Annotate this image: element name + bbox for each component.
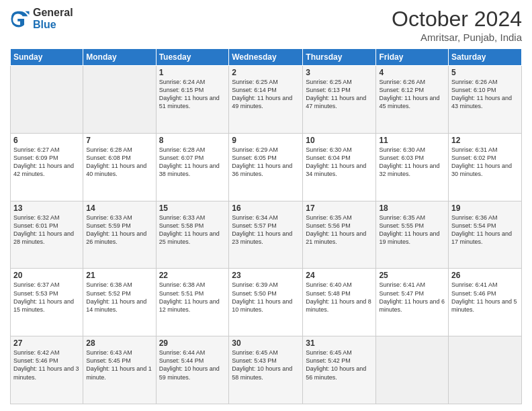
calendar-cell xyxy=(449,336,522,404)
day-number: 12 xyxy=(451,136,519,145)
day-number: 14 xyxy=(86,203,152,213)
day-number: 3 xyxy=(306,68,373,77)
calendar-header: SundayMondayTuesdayWednesdayThursdayFrid… xyxy=(11,49,522,66)
day-number: 28 xyxy=(86,338,152,348)
day-number: 23 xyxy=(232,271,300,280)
calendar-cell: 6Sunrise: 6:27 AM Sunset: 6:09 PM Daylig… xyxy=(11,133,83,201)
cell-content: Sunrise: 6:38 AM Sunset: 5:52 PM Dayligh… xyxy=(86,281,152,314)
cell-content: Sunrise: 6:25 AM Sunset: 6:14 PM Dayligh… xyxy=(232,78,300,111)
calendar-cell: 31Sunrise: 6:45 AM Sunset: 5:42 PM Dayli… xyxy=(303,336,376,404)
day-number: 4 xyxy=(379,68,445,77)
day-number: 13 xyxy=(13,203,80,213)
cell-content: Sunrise: 6:26 AM Sunset: 6:12 PM Dayligh… xyxy=(379,78,445,111)
calendar-cell: 23Sunrise: 6:39 AM Sunset: 5:50 PM Dayli… xyxy=(229,269,303,336)
cell-content: Sunrise: 6:45 AM Sunset: 5:42 PM Dayligh… xyxy=(306,349,373,381)
calendar-cell: 19Sunrise: 6:36 AM Sunset: 5:54 PM Dayli… xyxy=(449,201,522,269)
cell-content: Sunrise: 6:27 AM Sunset: 6:09 PM Dayligh… xyxy=(13,146,80,179)
cell-content: Sunrise: 6:28 AM Sunset: 6:08 PM Dayligh… xyxy=(86,146,152,179)
day-number: 19 xyxy=(451,203,519,213)
calendar-cell: 24Sunrise: 6:40 AM Sunset: 5:48 PM Dayli… xyxy=(303,269,376,336)
calendar-cell: 8Sunrise: 6:28 AM Sunset: 6:07 PM Daylig… xyxy=(156,133,229,201)
cell-content: Sunrise: 6:40 AM Sunset: 5:48 PM Dayligh… xyxy=(306,281,373,314)
day-header-wednesday: Wednesday xyxy=(229,49,303,66)
day-number: 7 xyxy=(86,136,152,145)
calendar-cell: 5Sunrise: 6:26 AM Sunset: 6:10 PM Daylig… xyxy=(449,66,522,134)
cell-content: Sunrise: 6:33 AM Sunset: 5:59 PM Dayligh… xyxy=(86,214,152,246)
cell-content: Sunrise: 6:35 AM Sunset: 5:56 PM Dayligh… xyxy=(306,214,373,246)
calendar-week-5: 27Sunrise: 6:42 AM Sunset: 5:46 PM Dayli… xyxy=(11,336,522,404)
day-number: 11 xyxy=(379,136,445,145)
cell-content: Sunrise: 6:30 AM Sunset: 6:03 PM Dayligh… xyxy=(379,146,445,179)
calendar-header-row: SundayMondayTuesdayWednesdayThursdayFrid… xyxy=(11,49,522,66)
calendar-week-4: 20Sunrise: 6:37 AM Sunset: 5:53 PM Dayli… xyxy=(11,269,522,336)
day-number: 8 xyxy=(159,136,226,145)
calendar-cell: 13Sunrise: 6:32 AM Sunset: 6:01 PM Dayli… xyxy=(11,201,83,269)
day-number: 15 xyxy=(159,203,226,213)
calendar-cell xyxy=(11,66,83,134)
cell-content: Sunrise: 6:35 AM Sunset: 5:55 PM Dayligh… xyxy=(379,214,445,246)
day-number: 2 xyxy=(232,68,300,77)
calendar-week-1: 1Sunrise: 6:24 AM Sunset: 6:15 PM Daylig… xyxy=(11,66,522,134)
calendar-body: 1Sunrise: 6:24 AM Sunset: 6:15 PM Daylig… xyxy=(11,66,522,404)
day-number: 17 xyxy=(306,203,373,213)
calendar-cell: 4Sunrise: 6:26 AM Sunset: 6:12 PM Daylig… xyxy=(376,66,449,134)
cell-content: Sunrise: 6:36 AM Sunset: 5:54 PM Dayligh… xyxy=(451,214,519,246)
logo-text: General Blue xyxy=(33,7,73,30)
calendar-cell: 27Sunrise: 6:42 AM Sunset: 5:46 PM Dayli… xyxy=(11,336,83,404)
header: General Blue October 2024 Amritsar, Punj… xyxy=(10,7,522,43)
cell-content: Sunrise: 6:32 AM Sunset: 6:01 PM Dayligh… xyxy=(13,214,80,246)
calendar-cell xyxy=(83,66,156,134)
cell-content: Sunrise: 6:38 AM Sunset: 5:51 PM Dayligh… xyxy=(159,281,226,314)
cell-content: Sunrise: 6:41 AM Sunset: 5:47 PM Dayligh… xyxy=(379,281,445,314)
location: Amritsar, Punjab, India xyxy=(392,32,522,43)
calendar-cell: 22Sunrise: 6:38 AM Sunset: 5:51 PM Dayli… xyxy=(156,269,229,336)
logo: General Blue xyxy=(10,7,73,30)
calendar-cell: 15Sunrise: 6:33 AM Sunset: 5:58 PM Dayli… xyxy=(156,201,229,269)
logo-icon xyxy=(10,9,30,29)
cell-content: Sunrise: 6:39 AM Sunset: 5:50 PM Dayligh… xyxy=(232,281,300,314)
day-number: 18 xyxy=(379,203,445,213)
calendar-cell: 12Sunrise: 6:31 AM Sunset: 6:02 PM Dayli… xyxy=(449,133,522,201)
title-block: October 2024 Amritsar, Punjab, India xyxy=(392,7,522,43)
day-number: 16 xyxy=(232,203,300,213)
day-number: 29 xyxy=(159,338,226,348)
cell-content: Sunrise: 6:25 AM Sunset: 6:13 PM Dayligh… xyxy=(306,78,373,111)
calendar-cell: 30Sunrise: 6:45 AM Sunset: 5:43 PM Dayli… xyxy=(229,336,303,404)
day-number: 21 xyxy=(86,271,152,280)
calendar-cell: 11Sunrise: 6:30 AM Sunset: 6:03 PM Dayli… xyxy=(376,133,449,201)
cell-content: Sunrise: 6:34 AM Sunset: 5:57 PM Dayligh… xyxy=(232,214,300,246)
cell-content: Sunrise: 6:33 AM Sunset: 5:58 PM Dayligh… xyxy=(159,214,226,246)
calendar-cell: 18Sunrise: 6:35 AM Sunset: 5:55 PM Dayli… xyxy=(376,201,449,269)
calendar-cell: 2Sunrise: 6:25 AM Sunset: 6:14 PM Daylig… xyxy=(229,66,303,134)
calendar-cell: 26Sunrise: 6:41 AM Sunset: 5:46 PM Dayli… xyxy=(449,269,522,336)
day-number: 31 xyxy=(306,338,373,348)
cell-content: Sunrise: 6:37 AM Sunset: 5:53 PM Dayligh… xyxy=(13,281,80,314)
day-number: 5 xyxy=(451,68,519,77)
cell-content: Sunrise: 6:29 AM Sunset: 6:05 PM Dayligh… xyxy=(232,146,300,179)
calendar-cell: 28Sunrise: 6:43 AM Sunset: 5:45 PM Dayli… xyxy=(83,336,156,404)
day-number: 30 xyxy=(232,338,300,348)
cell-content: Sunrise: 6:30 AM Sunset: 6:04 PM Dayligh… xyxy=(306,146,373,179)
page: General Blue October 2024 Amritsar, Punj… xyxy=(0,0,532,411)
day-number: 6 xyxy=(13,136,80,145)
calendar-cell: 17Sunrise: 6:35 AM Sunset: 5:56 PM Dayli… xyxy=(303,201,376,269)
calendar-cell: 3Sunrise: 6:25 AM Sunset: 6:13 PM Daylig… xyxy=(303,66,376,134)
calendar-cell: 7Sunrise: 6:28 AM Sunset: 6:08 PM Daylig… xyxy=(83,133,156,201)
day-number: 25 xyxy=(379,271,445,280)
day-number: 26 xyxy=(451,271,519,280)
cell-content: Sunrise: 6:43 AM Sunset: 5:45 PM Dayligh… xyxy=(86,349,152,381)
cell-content: Sunrise: 6:24 AM Sunset: 6:15 PM Dayligh… xyxy=(159,78,226,111)
day-number: 1 xyxy=(159,68,226,77)
cell-content: Sunrise: 6:28 AM Sunset: 6:07 PM Dayligh… xyxy=(159,146,226,179)
day-header-friday: Friday xyxy=(376,49,449,66)
calendar-cell: 29Sunrise: 6:44 AM Sunset: 5:44 PM Dayli… xyxy=(156,336,229,404)
logo-blue-text: Blue xyxy=(33,19,73,31)
day-header-thursday: Thursday xyxy=(303,49,376,66)
day-number: 20 xyxy=(13,271,80,280)
calendar-cell: 16Sunrise: 6:34 AM Sunset: 5:57 PM Dayli… xyxy=(229,201,303,269)
month-title: October 2024 xyxy=(392,7,522,32)
day-number: 9 xyxy=(232,136,300,145)
calendar-cell: 1Sunrise: 6:24 AM Sunset: 6:15 PM Daylig… xyxy=(156,66,229,134)
calendar-week-2: 6Sunrise: 6:27 AM Sunset: 6:09 PM Daylig… xyxy=(11,133,522,201)
cell-content: Sunrise: 6:42 AM Sunset: 5:46 PM Dayligh… xyxy=(13,349,80,381)
